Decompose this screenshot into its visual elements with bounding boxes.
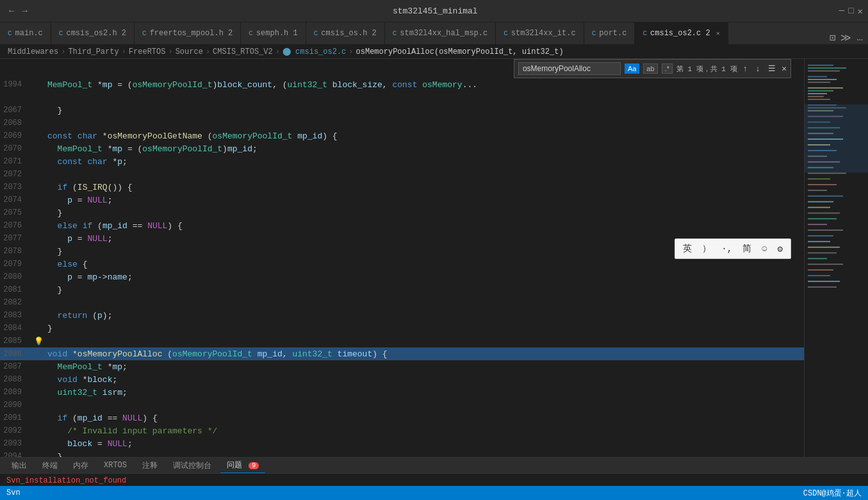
svg-rect-22 <box>808 150 837 151</box>
tab-cmsis-os-h2[interactable]: C cmsis_os.h 2 <box>306 22 385 44</box>
line-content: else { <box>45 260 804 269</box>
panel-tab-debug[interactable]: 调试控制台 <box>167 458 218 473</box>
breadcrumb-source[interactable]: Source <box>176 47 203 56</box>
search-prev-icon[interactable]: ↑ <box>741 64 750 74</box>
ime-dot-btn[interactable]: ·, <box>719 242 735 255</box>
svg-rect-1 <box>808 65 833 66</box>
tab-stm32-hal-msp[interactable]: C stm32l4xx_hal_msp.c <box>385 22 496 44</box>
search-regex-btn[interactable]: .* <box>662 63 673 74</box>
line-number: 2073 <box>0 183 32 192</box>
svg-rect-33 <box>808 213 840 214</box>
line-number: 2080 <box>0 272 32 281</box>
tab-actions: ⊡ ≫ … <box>824 31 868 44</box>
tab-lang-icon: C <box>504 29 508 37</box>
search-case-btn[interactable]: Aa <box>625 63 639 74</box>
ime-settings-btn[interactable]: ⚙ <box>775 242 785 256</box>
code-line: 2069 const char *osMemoryPoolGetName (os… <box>0 129 804 142</box>
panel-tab-problems[interactable]: 问题 9 <box>220 458 265 473</box>
line-number: 2092 <box>0 426 32 435</box>
bottom-panel: 输出 终端 内存 XRTOS 注释 调试控制台 问题 9 Svn_install… <box>0 457 868 486</box>
search-close-icon[interactable]: ✕ <box>782 63 787 74</box>
line-content: if (mp_id == NULL) { <box>45 413 804 423</box>
minimize-button[interactable]: ─ <box>839 6 844 16</box>
code-line: 2093 block = NULL; <box>0 437 804 450</box>
tab-stm32-it[interactable]: C stm32l4xx_it.c <box>496 22 584 44</box>
minimap <box>804 59 868 457</box>
breadcrumb-third-party[interactable]: Third_Party <box>68 47 119 56</box>
overflow-icon[interactable]: … <box>856 32 863 44</box>
svg-rect-34 <box>808 218 837 219</box>
editor: Aa ab .* 第 1 项，共 1 项 ↑ ↓ ☰ ✕ 1994 MemPoo… <box>0 59 804 457</box>
line-number: 1994 <box>0 80 32 89</box>
ime-simplified-btn[interactable]: 简 <box>740 242 754 256</box>
forward-button[interactable]: → <box>18 4 31 17</box>
maximize-button[interactable]: □ <box>848 6 853 16</box>
split-editor-icon[interactable]: ⊡ <box>830 31 836 44</box>
line-number: 2091 <box>0 413 32 422</box>
line-number: 2084 <box>0 324 32 333</box>
line-number: 2070 <box>0 144 32 153</box>
breadcrumb-cmsis-os2-c[interactable]: ⬤ cmsis_os2.c <box>283 47 346 56</box>
more-tabs-icon[interactable]: ≫ <box>840 31 851 44</box>
search-next-icon[interactable]: ↓ <box>753 64 762 74</box>
svg-rect-9 <box>808 93 827 94</box>
line-number: 2088 <box>0 375 32 384</box>
search-input[interactable] <box>518 62 621 75</box>
search-result-info: 第 1 项，共 1 项 <box>676 64 737 74</box>
tabs-bar: C main.c C cmsis_os2.h 2 C freertos_mpoo… <box>0 22 868 45</box>
ime-paren-btn[interactable]: ） <box>700 242 714 256</box>
tab-lang-icon: C <box>8 29 12 37</box>
line-content: MemPool_t *mp = (osMemoryPoolId_t)block_… <box>45 80 804 90</box>
panel-tabs-bar: 输出 终端 内存 XRTOS 注释 调试控制台 问题 9 <box>0 458 868 474</box>
panel-tab-terminal[interactable]: 终端 <box>36 458 64 473</box>
breadcrumb-middlewares[interactable]: Middlewares <box>8 47 58 56</box>
tab-freertos-mpool-h2[interactable]: C freertos_mpool.h 2 <box>135 22 241 44</box>
status-user[interactable]: CSDN@鸡蛋·超人 <box>803 488 862 499</box>
tab-port-c[interactable]: C port.c <box>584 22 635 44</box>
breadcrumb-function[interactable]: osMemoryPoolAlloc(osMemoryPoolId_t, uint… <box>356 47 564 56</box>
close-button[interactable]: ✕ <box>858 6 863 17</box>
breadcrumb-freertos[interactable]: FreeRTOS <box>129 47 166 56</box>
tab-semph-h1[interactable]: C semph.h 1 <box>241 22 306 44</box>
search-list-icon[interactable]: ☰ <box>766 63 778 74</box>
line-content: const char *osMemoryPoolGetName (osMemor… <box>45 131 804 141</box>
panel-tab-memory[interactable]: 内存 <box>67 458 95 473</box>
line-content: } <box>45 106 804 115</box>
panel-tab-xrtos[interactable]: XRTOS <box>97 459 133 472</box>
breadcrumb-sep: › <box>275 47 280 56</box>
line-content: else if (mp_id == NULL) { <box>45 221 804 231</box>
search-word-btn[interactable]: ab <box>643 63 657 74</box>
tab-close-icon[interactable]: ✕ <box>716 29 720 37</box>
tab-cmsis-os2-c2[interactable]: C cmsis_os2.c 2 ✕ <box>635 22 728 44</box>
code-line: 2076 else if (mp_id == NULL) { <box>0 219 804 232</box>
breadcrumb-cmsis-rtos-v2[interactable]: CMSIS_RTOS_V2 <box>213 47 273 56</box>
back-button[interactable]: ← <box>5 4 18 17</box>
code-line: 2070 MemPool_t *mp = (osMemoryPoolId_t)m… <box>0 142 804 155</box>
line-number: 2069 <box>0 131 32 140</box>
svg-rect-39 <box>808 247 840 248</box>
window-title: stm32l451_minimal <box>31 6 839 16</box>
code-line: 2088 void *block; <box>0 373 804 386</box>
tab-label: semph.h 1 <box>256 29 298 38</box>
tab-cmsis-os2-h2[interactable]: C cmsis_os2.h 2 <box>51 22 135 44</box>
tab-main-c[interactable]: C main.c <box>0 22 51 44</box>
line-number: 2074 <box>0 196 32 204</box>
code-line: 2084 } <box>0 322 804 335</box>
svg-rect-44 <box>808 275 830 276</box>
line-number: 2077 <box>0 234 32 243</box>
svg-rect-30 <box>808 196 843 197</box>
tab-label: cmsis_os2.c 2 <box>650 29 710 38</box>
panel-tab-comments[interactable]: 注释 <box>136 458 164 473</box>
ime-english-btn[interactable]: 英 <box>680 242 694 256</box>
line-content: void *block; <box>45 375 804 385</box>
code-line: 2092 /* Invalid input parameters */ <box>0 424 804 437</box>
tab-lang-icon: C <box>249 29 253 37</box>
status-bar: Svn CSDN@鸡蛋·超人 <box>0 486 868 500</box>
ime-emoji-btn[interactable]: ☺ <box>759 242 769 255</box>
line-number: 2078 <box>0 247 32 256</box>
svg-rect-35 <box>808 224 827 225</box>
code-line: 2071 const char *p; <box>0 155 804 168</box>
status-right: CSDN@鸡蛋·超人 <box>803 488 862 499</box>
status-svn[interactable]: Svn <box>6 488 20 497</box>
panel-tab-output[interactable]: 输出 <box>5 458 33 473</box>
